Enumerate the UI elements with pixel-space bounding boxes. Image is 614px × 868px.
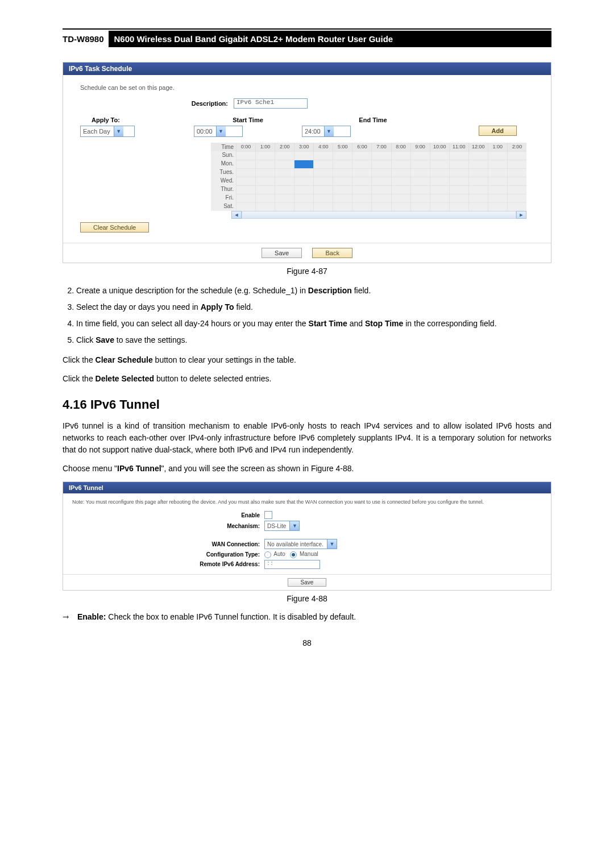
grid-cell[interactable] — [488, 202, 507, 211]
add-button[interactable]: Add — [479, 126, 517, 136]
grid-cell[interactable] — [333, 160, 352, 168]
grid-cell[interactable] — [507, 151, 526, 160]
grid-cell[interactable] — [507, 177, 526, 185]
wan-connection-select[interactable]: No available interface. ▼ — [264, 539, 337, 549]
grid-cell[interactable] — [507, 185, 526, 194]
grid-cell[interactable] — [410, 177, 430, 185]
grid-cell[interactable] — [468, 185, 488, 194]
grid-cell[interactable] — [275, 202, 294, 211]
grid-cell[interactable] — [294, 185, 313, 194]
grid-cell[interactable] — [410, 151, 430, 160]
grid-cell[interactable] — [333, 177, 352, 185]
grid-cell[interactable] — [430, 151, 449, 160]
grid-cell[interactable] — [313, 160, 333, 168]
clear-schedule-button[interactable]: Clear Schedule — [80, 222, 149, 232]
grid-cell[interactable] — [333, 202, 352, 211]
grid-cell[interactable] — [275, 177, 294, 185]
grid-cell[interactable] — [294, 177, 313, 185]
grid-cell[interactable] — [371, 185, 391, 194]
grid-cell[interactable] — [236, 151, 255, 160]
grid-cell[interactable] — [468, 194, 488, 202]
mechanism-select[interactable]: DS-Lite ▼ — [264, 521, 300, 531]
grid-cell[interactable] — [352, 177, 371, 185]
grid-cell[interactable] — [391, 151, 410, 160]
grid-cell[interactable] — [236, 194, 255, 202]
remote-ipv6-input[interactable]: :: — [264, 560, 320, 569]
grid-cell[interactable] — [352, 202, 371, 211]
grid-cell[interactable] — [430, 168, 449, 177]
grid-cell[interactable] — [468, 168, 488, 177]
grid-cell[interactable] — [294, 151, 313, 160]
grid-cell[interactable] — [449, 160, 468, 168]
apply-to-select[interactable]: Each Day ▼ — [80, 126, 135, 137]
grid-cell[interactable] — [488, 185, 507, 194]
grid-cell[interactable] — [275, 168, 294, 177]
grid-cell[interactable] — [507, 168, 526, 177]
grid-cell[interactable] — [313, 168, 333, 177]
grid-cell[interactable] — [410, 160, 430, 168]
grid-cell[interactable] — [430, 160, 449, 168]
grid-cell[interactable] — [333, 194, 352, 202]
grid-cell[interactable] — [371, 194, 391, 202]
grid-cell[interactable] — [449, 185, 468, 194]
grid-cell[interactable] — [236, 177, 255, 185]
grid-cell[interactable] — [313, 202, 333, 211]
grid-cell[interactable] — [507, 160, 526, 168]
grid-cell[interactable] — [236, 160, 255, 168]
description-input[interactable]: IPv6 Sche1 — [234, 98, 308, 109]
grid-cell[interactable] — [333, 168, 352, 177]
grid-cell[interactable] — [294, 160, 313, 168]
grid-cell[interactable] — [391, 160, 410, 168]
grid-cell[interactable] — [391, 202, 410, 211]
grid-cell[interactable] — [275, 160, 294, 168]
grid-cell[interactable] — [391, 168, 410, 177]
save-button[interactable]: Save — [262, 248, 302, 258]
grid-cell[interactable] — [488, 168, 507, 177]
grid-cell[interactable] — [352, 194, 371, 202]
grid-cell[interactable] — [313, 194, 333, 202]
grid-cell[interactable] — [507, 194, 526, 202]
grid-cell[interactable] — [255, 202, 275, 211]
grid-cell[interactable] — [255, 185, 275, 194]
grid-cell[interactable] — [352, 160, 371, 168]
grid-cell[interactable] — [449, 202, 468, 211]
grid-cell[interactable] — [410, 202, 430, 211]
grid-cell[interactable] — [255, 177, 275, 185]
grid-cell[interactable] — [275, 185, 294, 194]
grid-cell[interactable] — [488, 151, 507, 160]
grid-cell[interactable] — [468, 202, 488, 211]
grid-cell[interactable] — [410, 194, 430, 202]
grid-cell[interactable] — [294, 202, 313, 211]
grid-cell[interactable] — [333, 151, 352, 160]
grid-cell[interactable] — [255, 151, 275, 160]
grid-cell[interactable] — [430, 177, 449, 185]
scroll-right-icon[interactable]: ► — [516, 211, 526, 219]
grid-cell[interactable] — [468, 151, 488, 160]
grid-cell[interactable] — [430, 202, 449, 211]
grid-cell[interactable] — [313, 177, 333, 185]
grid-cell[interactable] — [410, 168, 430, 177]
grid-cell[interactable] — [352, 185, 371, 194]
grid-cell[interactable] — [391, 185, 410, 194]
grid-cell[interactable] — [352, 151, 371, 160]
grid-cell[interactable] — [275, 194, 294, 202]
grid-cell[interactable] — [488, 160, 507, 168]
enable-checkbox[interactable] — [264, 511, 272, 519]
end-time-select[interactable]: 24:00 ▼ — [302, 126, 351, 137]
grid-cell[interactable] — [294, 168, 313, 177]
grid-cell[interactable] — [449, 177, 468, 185]
grid-cell[interactable] — [255, 194, 275, 202]
grid-cell[interactable] — [391, 177, 410, 185]
grid-scrollbar[interactable]: ◄ ► — [231, 211, 526, 219]
grid-cell[interactable] — [294, 194, 313, 202]
grid-cell[interactable] — [371, 160, 391, 168]
grid-cell[interactable] — [391, 194, 410, 202]
grid-cell[interactable] — [488, 194, 507, 202]
grid-cell[interactable] — [352, 168, 371, 177]
grid-cell[interactable] — [255, 160, 275, 168]
grid-cell[interactable] — [236, 185, 255, 194]
grid-cell[interactable] — [449, 194, 468, 202]
grid-cell[interactable] — [468, 177, 488, 185]
grid-cell[interactable] — [371, 168, 391, 177]
grid-cell[interactable] — [371, 151, 391, 160]
